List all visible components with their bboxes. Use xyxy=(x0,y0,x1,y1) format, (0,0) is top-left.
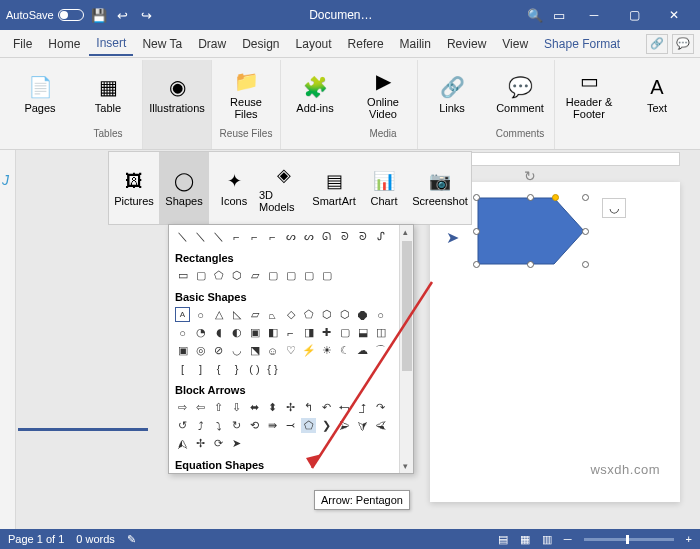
selection-handle[interactable] xyxy=(527,261,534,268)
search-icon[interactable]: 🔍 xyxy=(526,6,544,24)
shape-quad-arrow[interactable]: ✢ xyxy=(283,400,298,415)
selection-handle[interactable] xyxy=(473,228,480,235)
3d-models-button[interactable]: ◈ 3D Models xyxy=(259,152,309,224)
reuse-files-button[interactable]: 📁 Reuse Files xyxy=(218,62,274,126)
print-layout-icon[interactable]: ▥ xyxy=(542,533,552,546)
menu-design[interactable]: Design xyxy=(235,33,286,55)
spelling-icon[interactable]: ✎ xyxy=(127,533,136,546)
shape-brace[interactable]: } xyxy=(229,361,244,376)
ribbon-mode-icon[interactable]: ▭ xyxy=(550,6,568,24)
shape-heart[interactable]: ♡ xyxy=(283,343,298,358)
web-layout-icon[interactable]: ─ xyxy=(564,533,572,545)
shape-no-symbol[interactable]: ⊘ xyxy=(211,343,226,358)
shape-triangle[interactable]: △ xyxy=(211,307,226,322)
shape-right-arrow[interactable]: ⇨ xyxy=(175,400,190,415)
shape-scribble[interactable]: ᘐ xyxy=(355,229,370,244)
links-button[interactable]: 🔗 Links xyxy=(424,62,480,126)
shape-line[interactable]: ＼ xyxy=(193,229,208,244)
shape-freeform[interactable]: ᘐ xyxy=(337,229,352,244)
shape-text-box[interactable]: A xyxy=(175,307,190,322)
shape-connector[interactable]: ⌐ xyxy=(265,229,280,244)
shape-bracket[interactable]: ] xyxy=(193,361,208,376)
shape-l-shape[interactable]: ⌐ xyxy=(283,325,298,340)
menu-shape-format[interactable]: Shape Format xyxy=(537,33,627,55)
shapes-button[interactable]: ◯ Shapes xyxy=(159,152,209,224)
word-count[interactable]: 0 words xyxy=(76,533,115,545)
shape-smiley[interactable]: ☺ xyxy=(265,343,280,358)
header-footer-button[interactable]: ▭ Header & Footer xyxy=(561,62,617,126)
pentagon-shape[interactable] xyxy=(476,196,586,266)
pictures-button[interactable]: 🖼 Pictures xyxy=(109,152,159,224)
comments-button[interactable]: 💬 xyxy=(672,34,694,54)
shape-round-rect[interactable]: ▢ xyxy=(283,268,298,283)
menu-insert[interactable]: Insert xyxy=(89,32,133,56)
close-button[interactable]: ✕ xyxy=(654,0,694,30)
shape-oval[interactable]: ○ xyxy=(193,307,208,322)
blue-line-shape[interactable] xyxy=(18,428,148,431)
selection-handle[interactable] xyxy=(582,194,589,201)
shape-freeform[interactable]: ᘏ xyxy=(319,229,334,244)
smartart-button[interactable]: ▤ SmartArt xyxy=(309,152,359,224)
text-button[interactable]: A Text xyxy=(629,62,685,126)
selection-handle[interactable] xyxy=(473,194,480,201)
shape-up-down-arrow[interactable]: ⬍ xyxy=(265,400,280,415)
read-mode-icon[interactable]: ▦ xyxy=(520,533,530,546)
menu-review[interactable]: Review xyxy=(440,33,493,55)
zoom-slider[interactable] xyxy=(584,538,674,541)
share-button[interactable]: 🔗 xyxy=(646,34,668,54)
screenshot-button[interactable]: 📷 Screenshot xyxy=(409,152,471,224)
shape-left-arrow[interactable]: ⇦ xyxy=(193,400,208,415)
selection-handle[interactable] xyxy=(473,261,480,268)
selection-handle[interactable] xyxy=(582,261,589,268)
shape-notched-arrow[interactable]: ⤙ xyxy=(283,418,298,433)
shape-snip-rect[interactable]: ⬠ xyxy=(211,268,226,283)
zoom-in-icon[interactable]: + xyxy=(686,533,692,545)
autosave-toggle[interactable]: AutoSave xyxy=(6,9,84,21)
shape-swoosh-arrow[interactable]: ➤ xyxy=(229,436,244,451)
shape-connector[interactable]: ⌐ xyxy=(247,229,262,244)
illustrations-button[interactable]: ◉ Illustrations xyxy=(149,62,205,126)
shape-rectangle[interactable]: ▭ xyxy=(175,268,190,283)
addins-button[interactable]: 🧩 Add-ins xyxy=(287,62,343,126)
shape-up-arrow[interactable]: ⇧ xyxy=(211,400,226,415)
adjustment-handle[interactable] xyxy=(552,194,559,201)
shape-right-triangle[interactable]: ◺ xyxy=(229,307,244,322)
shape-pie[interactable]: ◔ xyxy=(193,325,208,340)
shape-striped-arrow[interactable]: ⇛ xyxy=(265,418,280,433)
minimize-button[interactable]: ─ xyxy=(574,0,614,30)
shape-teardrop[interactable]: ◐ xyxy=(229,325,244,340)
selection-handle[interactable] xyxy=(582,228,589,235)
shape-curved-arrow[interactable]: ↺ xyxy=(175,418,190,433)
pages-button[interactable]: 📄 Pages xyxy=(12,62,68,126)
focus-mode-icon[interactable]: ▤ xyxy=(498,533,508,546)
shape-bracket-pair[interactable]: ( ) xyxy=(247,361,262,376)
rotation-handle-icon[interactable]: ↻ xyxy=(524,168,536,184)
online-video-button[interactable]: ▶ Online Video xyxy=(355,62,411,126)
chart-button[interactable]: 📊 Chart xyxy=(359,152,409,224)
shape-brace-pair[interactable]: { } xyxy=(265,361,280,376)
shape-snip-rect[interactable]: ⬡ xyxy=(229,268,244,283)
shape-trapezoid[interactable]: ⏢ xyxy=(265,307,280,322)
menu-references[interactable]: Refere xyxy=(341,33,391,55)
layout-options-icon[interactable]: ◡ xyxy=(602,198,626,218)
menu-layout[interactable]: Layout xyxy=(289,33,339,55)
shape-circular-arrow[interactable]: ⟳ xyxy=(211,436,226,451)
undo-icon[interactable]: ↩ xyxy=(114,6,132,24)
selection-handle[interactable] xyxy=(527,194,534,201)
shape-folded-corner[interactable]: ⬔ xyxy=(247,343,262,358)
shape-half-frame[interactable]: ◧ xyxy=(265,325,280,340)
menu-draw[interactable]: Draw xyxy=(191,33,233,55)
shape-down-arrow[interactable]: ⇩ xyxy=(229,400,244,415)
menu-file[interactable]: File xyxy=(6,33,39,55)
shape-round-snip[interactable]: ▢ xyxy=(265,268,280,283)
maximize-button[interactable]: ▢ xyxy=(614,0,654,30)
shape-line[interactable]: ＼ xyxy=(211,229,226,244)
shape-scribble[interactable]: ᔑ xyxy=(373,229,388,244)
redo-icon[interactable]: ↪ xyxy=(138,6,156,24)
menu-mailings[interactable]: Mailin xyxy=(393,33,438,55)
shape-line[interactable]: ＼ xyxy=(175,229,190,244)
shape-chord[interactable]: ◖ xyxy=(211,325,226,340)
shape-frame[interactable]: ▣ xyxy=(247,325,262,340)
icons-button[interactable]: ✦ Icons xyxy=(209,152,259,224)
menu-view[interactable]: View xyxy=(495,33,535,55)
